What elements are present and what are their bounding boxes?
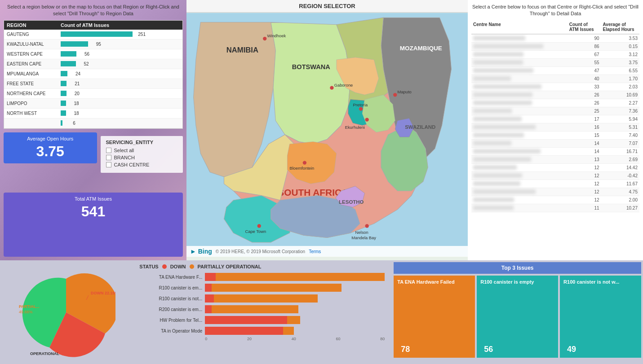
centre-table-row[interactable]: 47 6.55 xyxy=(471,66,639,75)
centre-count-cell: 12 xyxy=(568,188,601,196)
region-row[interactable]: KWAZULU-NATAL 95 xyxy=(4,39,182,49)
bar-orange-4 xyxy=(287,316,300,324)
svg-text:LESOTHO: LESOTHO xyxy=(339,199,364,205)
region-row[interactable]: MPUMALANGA 24 xyxy=(4,69,182,79)
region-count: 52 xyxy=(78,61,89,66)
centre-table-row[interactable]: 25 7.36 xyxy=(471,107,639,115)
centre-table-row[interactable]: 86 0.15 xyxy=(471,42,639,50)
region-row[interactable]: WESTERN CAPE 56 xyxy=(4,49,182,59)
centre-table-row[interactable]: 26 2.27 xyxy=(471,99,639,107)
centre-avg-cell: 5.94 xyxy=(601,115,640,123)
region-row[interactable]: 6 xyxy=(4,118,182,128)
centre-table-row[interactable]: 12 14.42 xyxy=(471,163,639,171)
servicing-title: SERVICING_ENTITY xyxy=(106,140,178,145)
centre-table-row[interactable]: 55 3.75 xyxy=(471,58,639,66)
centre-name-cell xyxy=(471,131,568,139)
region-row[interactable]: NORTH WEST 18 xyxy=(4,109,182,118)
region-row[interactable]: FREE STATE 21 xyxy=(4,79,182,89)
centre-table-row[interactable]: 11 10.27 xyxy=(471,204,639,212)
region-table: REGION Count of ATM Issues GAUTENG 251 K… xyxy=(4,20,183,129)
centre-avg-cell: 2.27 xyxy=(601,99,640,107)
region-bar-container: 18 xyxy=(61,101,180,106)
region-bar-container: 56 xyxy=(61,51,180,57)
region-bar xyxy=(61,61,76,66)
map-container[interactable]: NAMIBIA BOTSWANA MOZAMBIQUE SOUTH AFRI xyxy=(186,13,468,257)
centre-avg-cell: 1.70 xyxy=(601,75,640,83)
centre-count-cell: 26 xyxy=(568,99,601,107)
centre-avg-cell: 2.00 xyxy=(601,196,640,204)
centre-table-row[interactable]: 33 2.03 xyxy=(471,83,639,91)
region-col-header: REGION xyxy=(7,22,61,28)
checkbox-2[interactable] xyxy=(106,162,111,167)
region-bar-container: 95 xyxy=(61,41,180,47)
svg-text:OPERATIONAL: OPERATIONAL xyxy=(30,351,59,356)
centre-table-row[interactable]: 14 7.07 xyxy=(471,139,639,147)
bar-track-3 xyxy=(205,305,385,313)
centre-table-row[interactable]: 16 5.31 xyxy=(471,123,639,131)
centre-table: Centre Name Count ofATM Issues Average o… xyxy=(471,20,639,212)
status-header: STATUS DOWN PARTIALLY OPERATIONAL xyxy=(139,264,385,269)
checkbox-0[interactable] xyxy=(106,148,111,153)
bar-track-4 xyxy=(205,316,385,324)
region-bar-container: 24 xyxy=(61,71,180,76)
centre-avg-cell: 2.69 xyxy=(601,155,640,163)
svg-point-11 xyxy=(393,93,397,96)
servicing-option-2[interactable]: CASH CENTRE xyxy=(106,162,178,167)
region-bar-container: 52 xyxy=(61,61,180,66)
centre-name-cell xyxy=(471,34,568,43)
centre-count-cell: 17 xyxy=(568,115,601,123)
region-bar-container: 20 xyxy=(61,91,180,96)
region-row[interactable]: GAUTENG 251 xyxy=(4,30,182,39)
bar-red-5 xyxy=(205,327,283,335)
bar-red-3 xyxy=(205,305,211,313)
centre-table-row[interactable]: 12 -0.42 xyxy=(471,171,639,180)
centre-table-row[interactable]: 26 10.69 xyxy=(471,91,639,99)
region-row[interactable]: NORTHERN CAPE 20 xyxy=(4,89,182,99)
servicing-section: SERVICING_ENTITY Select allBRANCHCASH CE… xyxy=(101,136,183,173)
count-col-header: Count of ATM Issues xyxy=(61,22,180,28)
right-instruction: Select a Centre below to focus on that C… xyxy=(471,4,639,18)
centre-table-row[interactable]: 67 3.12 xyxy=(471,50,639,58)
map-title: REGION SELECTOR xyxy=(186,0,468,13)
centre-table-wrapper[interactable]: Centre Name Count ofATM Issues Average o… xyxy=(471,20,639,257)
centre-count-cell: 26 xyxy=(568,91,601,99)
region-name: KWAZULU-NATAL xyxy=(7,42,61,47)
map-terms[interactable]: Terms xyxy=(309,249,321,254)
centre-avg-cell: 3.12 xyxy=(601,50,640,58)
centre-table-row[interactable]: 12 11.67 xyxy=(471,180,639,188)
servicing-option-1[interactable]: BRANCH xyxy=(106,155,178,160)
centre-table-row[interactable]: 12 4.75 xyxy=(471,188,639,196)
status-label: STATUS xyxy=(139,264,158,269)
centre-table-row[interactable]: 90 3.53 xyxy=(471,34,639,43)
servicing-option-0[interactable]: Select all xyxy=(106,148,178,153)
bar-orange-2 xyxy=(214,294,318,303)
centre-table-row[interactable]: 12 2.00 xyxy=(471,196,639,204)
top3-grid: TA ENA Hardware Failed 78 R100 canister … xyxy=(394,276,641,358)
bar-row-2: R100 canister is not... xyxy=(139,294,385,303)
checkbox-1[interactable] xyxy=(106,155,111,160)
centre-table-row[interactable]: 13 2.69 xyxy=(471,155,639,163)
centre-table-row[interactable]: 14 16.71 xyxy=(471,147,639,155)
svg-text:MOZAMBIQUE: MOZAMBIQUE xyxy=(400,45,442,52)
region-row[interactable]: LIMPOPO 18 xyxy=(4,99,182,109)
servicing-options: Select allBRANCHCASH CENTRE xyxy=(106,148,178,167)
top3-card-0[interactable]: TA ENA Hardware Failed 78 xyxy=(394,276,475,358)
centre-avg-cell: 4.75 xyxy=(601,188,640,196)
region-bar-container: 21 xyxy=(61,81,180,86)
top3-card-2[interactable]: R100 canister is not w... 49 xyxy=(560,276,641,358)
centre-avg-cell: 7.36 xyxy=(601,107,640,115)
centre-table-row[interactable]: 40 1.70 xyxy=(471,75,639,83)
top3-card-body-1: 56 xyxy=(477,288,558,358)
left-panel: Select a region below or on the map to f… xyxy=(0,0,186,260)
down-dot xyxy=(162,264,167,269)
centre-table-row[interactable]: 15 7.40 xyxy=(471,131,639,139)
centre-count-cell: 14 xyxy=(568,139,601,147)
region-row[interactable]: EASTERN CAPE 52 xyxy=(4,59,182,69)
bar-label-4: HW Problem for Tel... xyxy=(139,318,202,323)
centre-avg-cell: 10.69 xyxy=(601,91,640,99)
top3-card-1[interactable]: R100 canister is empty 56 xyxy=(477,276,558,358)
centre-table-row[interactable]: 17 5.94 xyxy=(471,115,639,123)
bar-label-3: R200 canister is em... xyxy=(139,307,202,312)
centre-name-cell xyxy=(471,188,568,196)
bar-track-2 xyxy=(205,294,385,303)
